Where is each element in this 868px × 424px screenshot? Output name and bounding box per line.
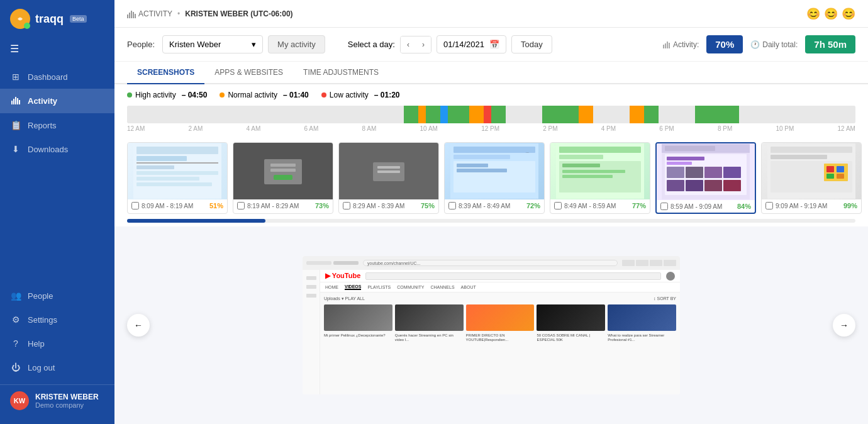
svg-rect-5 (19, 100, 20, 104)
svg-rect-68 (837, 174, 844, 179)
scroll-bar-thumb[interactable] (127, 219, 265, 223)
sidebar-item-label: Downloads (28, 145, 68, 154)
emoji-3: 😊 (842, 7, 855, 21)
screenshot-card-2[interactable]: 8:19 AM - 8:29 AM 73% (233, 142, 333, 214)
time-label: 8 PM (718, 125, 732, 132)
screenshot-checkbox-6[interactable] (660, 203, 668, 210)
screenshot-card-5[interactable]: 8:49 AM - 8:59 AM 77% (550, 142, 650, 214)
svg-rect-36 (457, 164, 488, 167)
activity-breadcrumb-icon (127, 9, 136, 18)
sidebar-item-dashboard[interactable]: ⊞ Dashboard (0, 65, 114, 89)
sidebar-item-label: Settings (28, 315, 57, 325)
activity-summary: Activity: 70% 🕐 Daily total: 7h 50m (663, 35, 855, 53)
next-screenshot-button[interactable]: → (833, 314, 855, 337)
svg-rect-54 (704, 167, 722, 178)
sidebar-bottom: 👥 People ⚙ Settings ? Help ⏻ Log out KW … (0, 284, 114, 424)
top-header: ACTIVITY • KRISTEN WEBER (UTC-06:00) 😊 😊… (114, 0, 868, 28)
screenshot-info-5: 8:49 AM - 8:59 AM 77% (550, 199, 650, 212)
svg-rect-17 (136, 156, 187, 161)
screenshot-checkbox-7[interactable] (765, 202, 773, 209)
svg-rect-16 (136, 147, 218, 154)
scroll-bar-container (114, 219, 868, 226)
svg-rect-67 (826, 174, 834, 179)
tab-screenshots[interactable]: SCREENSHOTS (127, 62, 204, 84)
svg-rect-9 (133, 12, 134, 18)
date-value: 01/14/2021 (443, 40, 484, 49)
svg-rect-20 (136, 171, 218, 175)
sidebar-item-help[interactable]: ? Help (0, 332, 114, 355)
svg-rect-51 (667, 162, 692, 165)
legend-normal-value: – 01:40 (283, 91, 309, 99)
legend-high: High activity – 04:50 (127, 91, 207, 99)
screenshot-pct-6: 84% (737, 203, 751, 210)
today-button[interactable]: Today (511, 35, 552, 53)
sidebar-item-people[interactable]: 👥 People (0, 284, 114, 308)
sidebar-item-activity[interactable]: Activity (0, 89, 114, 113)
breadcrumb-user: KRISTEN WEBER (UTC-06:00) (185, 9, 292, 18)
sidebar: traqq Beta ☰ ⊞ Dashboard Activity 📋 Repo… (0, 0, 114, 424)
screenshot-time-6: 8:59 AM - 9:09 AM (670, 203, 735, 210)
screenshot-thumb-3 (339, 143, 438, 199)
svg-rect-7 (129, 13, 130, 18)
sidebar-item-label: Log out (28, 363, 55, 372)
sidebar-item-label: Activity (28, 96, 57, 106)
person-select[interactable]: Kristen Weber ▾ (162, 35, 263, 53)
screenshot-card-6[interactable]: 8:59 AM - 9:09 AM 84% (655, 142, 756, 214)
breadcrumb-activity: ACTIVITY (127, 9, 172, 18)
screenshot-info-7: 9:09 AM - 9:19 AM 99% (762, 199, 861, 212)
time-label: 8 AM (362, 125, 377, 132)
svg-rect-34 (453, 155, 510, 159)
dashboard-icon: ⊞ (10, 72, 21, 82)
time-label: 12 AM (127, 125, 145, 132)
people-icon: 👥 (10, 291, 21, 301)
controls-row: People: Kristen Weber ▾ My activity Sele… (114, 28, 868, 62)
next-date-button[interactable]: › (416, 36, 431, 53)
svg-rect-31 (377, 170, 400, 173)
tab-apps-websites[interactable]: APPS & WEBSITES (204, 62, 293, 84)
my-activity-button[interactable]: My activity (268, 35, 325, 53)
screenshot-time-2: 8:19 AM - 8:29 AM (247, 203, 313, 209)
screenshot-checkbox-4[interactable] (448, 202, 456, 209)
screenshot-info-4: 8:39 AM - 8:49 AM 72% (445, 199, 544, 212)
timeline-container: 12 AM 2 AM 4 AM 6 AM 8 AM 10 AM 12 PM 2 … (114, 106, 868, 136)
tab-time-adjustments[interactable]: TIME ADJUSTMENTS (293, 62, 389, 84)
sidebar-item-logout[interactable]: ⏻ Log out (0, 355, 114, 379)
svg-rect-62 (771, 155, 827, 159)
screenshot-card-3[interactable]: 8:29 AM - 8:39 AM 75% (338, 142, 439, 214)
svg-rect-40 (559, 147, 641, 153)
date-input[interactable]: 01/14/2021 📅 (437, 35, 506, 53)
avatar: KW (10, 391, 29, 410)
screenshot-checkbox-1[interactable] (131, 202, 139, 209)
svg-rect-4 (17, 98, 18, 104)
downloads-icon: ⬇ (10, 144, 21, 154)
sidebar-item-downloads[interactable]: ⬇ Downloads (0, 137, 114, 161)
screenshot-info-3: 8:29 AM - 8:39 AM 75% (339, 199, 438, 212)
svg-rect-19 (136, 165, 174, 169)
screenshot-checkbox-2[interactable] (237, 202, 245, 209)
svg-rect-22 (136, 182, 212, 186)
main-content: ACTIVITY • KRISTEN WEBER (UTC-06:00) 😊 😊… (114, 0, 868, 424)
screenshot-card-7[interactable]: 9:09 AM - 9:19 AM 99% (761, 142, 862, 214)
select-day-label: Select a day: (348, 40, 395, 49)
timeline-bar[interactable] (127, 106, 855, 123)
prev-screenshot-button[interactable]: ← (127, 314, 150, 337)
screenshot-checkbox-3[interactable] (343, 202, 350, 209)
normal-dot (220, 92, 225, 98)
legend-normal-label: Normal activity (228, 91, 277, 99)
emoji-2: 😊 (824, 7, 838, 21)
prev-date-button[interactable]: ‹ (401, 36, 416, 53)
time-label: 6 PM (659, 125, 674, 132)
screenshot-pct-4: 72% (526, 202, 540, 209)
sidebar-item-reports[interactable]: 📋 Reports (0, 113, 114, 137)
screenshot-card-4[interactable]: ... 8:39 AM - 8:49 AM 72% (444, 142, 545, 214)
logo-icon (10, 9, 30, 29)
screenshot-checkbox-5[interactable] (554, 202, 562, 209)
svg-rect-57 (686, 180, 703, 191)
sidebar-item-settings[interactable]: ⚙ Settings (0, 308, 114, 332)
svg-rect-61 (771, 147, 852, 153)
svg-rect-41 (559, 155, 603, 159)
sidebar-item-label: Help (28, 339, 45, 349)
screenshot-card-1[interactable]: 8:09 AM - 8:19 AM 51% (127, 142, 228, 214)
hamburger-menu[interactable]: ☰ (0, 38, 114, 60)
time-label: 12 AM (838, 125, 855, 132)
